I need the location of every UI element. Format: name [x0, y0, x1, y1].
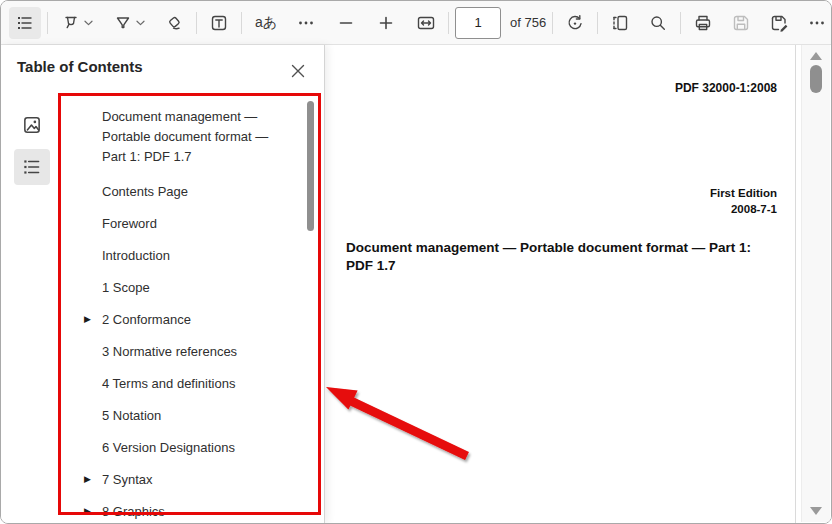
toc-item-label: Introduction: [102, 248, 170, 263]
highlight-tool-button[interactable]: [106, 7, 152, 39]
erase-tool-button[interactable]: [158, 7, 190, 39]
toc-item-label: 2 Conformance: [102, 312, 191, 327]
scroll-up-icon[interactable]: [810, 52, 822, 60]
toc-item[interactable]: Introduction: [58, 239, 324, 271]
toc-item[interactable]: ▶8 Graphics: [58, 495, 324, 523]
pdf-viewer-window: aあ of 756: [0, 0, 832, 524]
page-right-edge: [795, 45, 796, 523]
page-count-label: of 756: [510, 15, 546, 30]
toc-item[interactable]: 5 Notation: [58, 399, 324, 431]
document-title: Document management — Portable document …: [346, 239, 796, 275]
toc-list-icon: [21, 156, 43, 178]
rotate-icon: [565, 13, 585, 33]
expand-triangle-icon[interactable]: ▶: [84, 475, 91, 484]
print-button[interactable]: [687, 7, 719, 39]
toolbar-separator: [552, 12, 553, 34]
toc-item[interactable]: Document management — Portable document …: [58, 103, 324, 175]
document-date: 2008-7-1: [731, 203, 777, 215]
toc-item[interactable]: 4 Terms and definitions: [58, 367, 324, 399]
toc-item-label: 1 Scope: [102, 280, 150, 295]
toc-item[interactable]: 6 Version Designations: [58, 431, 324, 463]
table-of-contents-button[interactable]: [9, 7, 41, 39]
more-options-icon: [296, 13, 316, 33]
table-of-contents-panel: Table of Contents Document management — …: [1, 45, 325, 523]
fit-to-width-icon: [416, 13, 436, 33]
draw-tool-button[interactable]: [54, 7, 100, 39]
table-of-contents-icon: [15, 13, 35, 33]
save-button: [725, 7, 757, 39]
toc-item[interactable]: Foreword: [58, 207, 324, 239]
zoom-out-button[interactable]: [330, 7, 362, 39]
chevron-down-icon[interactable]: [136, 20, 145, 26]
toc-rail-button[interactable]: [14, 149, 50, 185]
toc-item-label: 5 Notation: [102, 408, 161, 423]
toc-item-label: Contents Page: [102, 184, 188, 199]
thumbnails-rail-button[interactable]: [14, 107, 50, 143]
save-as-icon: [769, 13, 789, 33]
search-icon: [648, 13, 668, 33]
toolbar-separator: [597, 12, 598, 34]
toc-scrollbar-thumb[interactable]: [307, 101, 314, 231]
toc-item[interactable]: 1 Scope: [58, 271, 324, 303]
page-view-button[interactable]: [604, 7, 636, 39]
toc-item-label: 6 Version Designations: [102, 440, 235, 455]
toc-item[interactable]: ▶7 Syntax: [58, 463, 324, 495]
toc-item-label: 8 Graphics: [102, 504, 165, 519]
more-options-button[interactable]: [801, 7, 832, 39]
toolbar-separator: [680, 12, 681, 34]
eraser-icon: [164, 13, 184, 33]
toc-item[interactable]: Contents Page: [58, 175, 324, 207]
toc-item-label: Document management — Portable document …: [102, 107, 270, 167]
expand-triangle-icon[interactable]: ▶: [84, 315, 91, 324]
zoom-in-button[interactable]: [370, 7, 402, 39]
scroll-down-icon[interactable]: [810, 507, 822, 515]
fit-to-width-button[interactable]: [410, 7, 442, 39]
page-view-icon: [610, 13, 630, 33]
read-aloud-icon: aあ: [255, 14, 277, 32]
add-text-icon: [209, 13, 229, 33]
chevron-down-icon[interactable]: [84, 20, 93, 26]
zoom-out-icon: [336, 13, 356, 33]
close-panel-button[interactable]: [284, 57, 312, 85]
more-tools-button[interactable]: [290, 7, 322, 39]
highlight-icon: [113, 13, 133, 33]
save-icon: [731, 13, 751, 33]
zoom-in-icon: [376, 13, 396, 33]
toc-item-label: Foreword: [102, 216, 157, 231]
toolbar-separator: [47, 12, 48, 34]
rotate-button[interactable]: [559, 7, 591, 39]
panel-title: Table of Contents: [17, 58, 143, 75]
draw-pen-icon: [61, 13, 81, 33]
toolbar-separator: [448, 12, 449, 34]
toc-list: Document management — Portable document …: [58, 103, 324, 523]
document-reference-number: PDF 32000-1:2008: [675, 81, 777, 95]
document-edition: First Edition: [710, 187, 777, 199]
vertical-scrollbar[interactable]: [801, 45, 830, 522]
print-icon: [693, 13, 713, 33]
search-button[interactable]: [642, 7, 674, 39]
scrollbar-thumb[interactable]: [810, 65, 822, 93]
expand-triangle-icon[interactable]: ▶: [84, 507, 91, 516]
save-as-button[interactable]: [763, 7, 795, 39]
thumbnails-icon: [21, 114, 43, 136]
more-options-icon: [807, 13, 827, 33]
close-icon: [291, 64, 305, 78]
toolbar-separator: [196, 12, 197, 34]
toc-item-label: 7 Syntax: [102, 472, 153, 487]
read-aloud-button[interactable]: aあ: [248, 7, 284, 39]
document-page: [324, 45, 831, 523]
toc-item-label: 4 Terms and definitions: [102, 376, 235, 391]
add-text-button[interactable]: [203, 7, 235, 39]
toolbar-separator: [241, 12, 242, 34]
page-number-input[interactable]: [455, 7, 501, 39]
toc-item[interactable]: ▶2 Conformance: [58, 303, 324, 335]
toc-item-label: 3 Normative references: [102, 344, 237, 359]
toolbar: aあ of 756: [1, 1, 831, 45]
toc-item[interactable]: 3 Normative references: [58, 335, 324, 367]
